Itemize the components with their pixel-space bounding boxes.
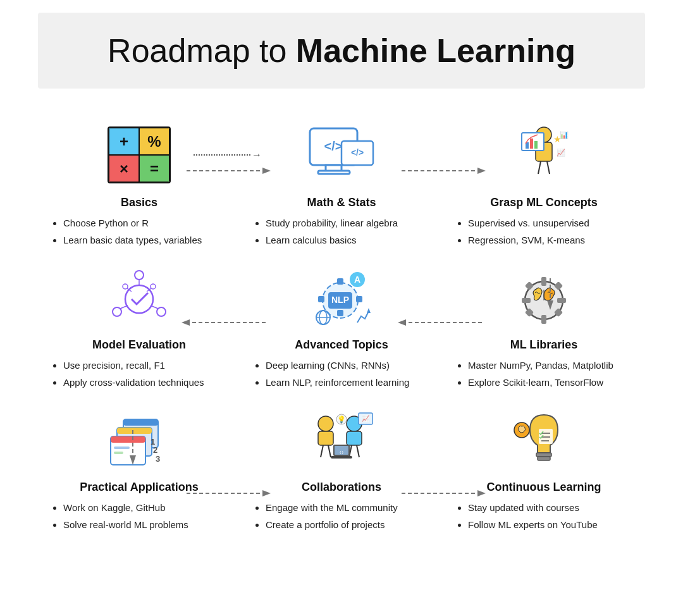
plus-cell: + — [109, 128, 139, 155]
svg-rect-3 — [318, 171, 350, 174]
practical-bullet-1: Work on Kaggle, GitHub — [63, 500, 188, 515]
header: Roadmap to Machine Learning — [38, 13, 645, 89]
math-bullets: Study probability, linear algebra Learn … — [253, 216, 398, 250]
basics-icon-area: + % × = — [51, 120, 228, 190]
nlp-icon: NLP A — [305, 266, 378, 329]
svg-rect-80 — [536, 453, 551, 457]
network-icon — [108, 268, 171, 328]
svg-text:📈: 📈 — [557, 148, 565, 157]
basics-bullets: Choose Python or R Learn basic data type… — [51, 216, 202, 250]
svg-text:📈: 📈 — [362, 414, 370, 422]
practical-icon-area: 1 2 3 — [51, 405, 228, 474]
svg-text:A: A — [354, 274, 360, 285]
svg-rect-42 — [541, 277, 546, 286]
advanced-icon-area: NLP A — [253, 262, 430, 332]
times-cell: × — [109, 155, 139, 182]
svg-rect-34 — [356, 296, 362, 302]
svg-line-67 — [328, 445, 331, 457]
equals-cell: = — [139, 155, 169, 182]
grasp-ml-icon: ★ 📊 📈 — [509, 123, 579, 187]
svg-point-18 — [135, 271, 144, 280]
model-eval-bullets: Use precision, recall, F1 Apply cross-va… — [51, 358, 204, 392]
svg-rect-45 — [557, 298, 566, 303]
advanced-cell: NLP A Advanced Topics Deep learning (CN — [240, 256, 443, 398]
math-icon-area: </> </> — [253, 120, 430, 190]
svg-text:📊: 📊 — [560, 130, 569, 139]
basics-bullet-2: Learn basic data types, variables — [63, 233, 202, 248]
svg-line-13 — [547, 161, 550, 174]
math-bullet-1: Study probability, linear algebra — [266, 216, 398, 231]
practical-bullets: Work on Kaggle, GitHub Solve real-world … — [51, 500, 188, 534]
title-bold: Machine Learning — [296, 32, 575, 69]
svg-rect-60 — [114, 452, 123, 454]
svg-rect-69 — [347, 431, 362, 445]
math-grid-icon: + % × = — [108, 126, 171, 183]
svg-text:NLP: NLP — [331, 295, 349, 305]
ml-libraries-cell: ML Libraries Master NumPy, Pandas, Matpl… — [443, 256, 645, 398]
ml-libraries-bullets: Master NumPy, Pandas, Matplotlib Explore… — [455, 358, 613, 392]
svg-rect-10 — [530, 139, 533, 149]
title-normal: Roadmap to — [108, 32, 296, 69]
continuous-title: Continuous Learning — [455, 481, 632, 494]
basics-bullet-1: Choose Python or R — [63, 216, 202, 231]
svg-point-20 — [157, 307, 166, 316]
practical-bullet-2: Solve real-world ML problems — [63, 517, 188, 533]
percent-cell: % — [139, 128, 169, 155]
ml-libraries-title: ML Libraries — [455, 338, 632, 352]
ml-libraries-bullet-1: Master NumPy, Pandas, Matplotlib — [468, 358, 613, 373]
svg-point-19 — [113, 307, 121, 316]
math-title: Math & Stats — [253, 196, 430, 209]
grasp-icon-area: ★ 📊 📈 — [455, 120, 632, 190]
continuous-learning-icon — [512, 410, 575, 470]
svg-rect-81 — [538, 457, 550, 460]
model-eval-title: Model Evaluation — [51, 338, 228, 352]
practical-title: Practical Applications — [51, 481, 228, 494]
svg-marker-40 — [367, 308, 371, 313]
grasp-title: Grasp ML Concepts — [455, 196, 632, 209]
grasp-bullets: Supervised vs. unsupervised Regression, … — [455, 216, 589, 250]
arrow-basics-to-math — [193, 149, 262, 161]
continuous-icon-area — [455, 405, 632, 474]
svg-line-22 — [120, 305, 128, 309]
practical-cell: 1 2 3 Practical Applications Work on Kag… — [38, 398, 240, 541]
ml-libraries-icon-area — [455, 262, 632, 332]
svg-rect-58 — [111, 436, 145, 443]
svg-point-25 — [151, 284, 156, 289]
advanced-bullet-2: Learn NLP, reinforcement learning — [266, 375, 409, 390]
svg-text:💡: 💡 — [337, 415, 346, 424]
svg-rect-31 — [337, 278, 343, 285]
advanced-bullet-1: Deep learning (CNNs, RNNs) — [266, 358, 409, 373]
collab-title: Collaborations — [253, 481, 430, 494]
svg-point-24 — [123, 284, 128, 289]
svg-line-66 — [321, 445, 323, 457]
math-cell: </> </> Math & Stats Study probability, … — [240, 114, 443, 256]
model-eval-bullet-2: Apply cross-validation techniques — [63, 375, 204, 390]
basics-title: Basics — [51, 196, 228, 209]
model-eval-cell: Model Evaluation Use precision, recall, … — [38, 256, 240, 398]
svg-rect-44 — [522, 298, 531, 303]
code-monitor-icon: </> </> — [307, 125, 376, 185]
svg-line-23 — [151, 305, 158, 309]
practical-icon: 1 2 3 — [108, 410, 171, 470]
ml-libraries-bullet-2: Explore Scikit-learn, TensorFlow — [468, 375, 613, 390]
svg-rect-32 — [337, 310, 343, 316]
continuous-bullets: Stay updated with courses Follow ML expe… — [455, 500, 598, 534]
grasp-cell: ★ 📊 📈 Grasp ML Concepts Supervised vs. u… — [443, 114, 645, 256]
model-eval-icon-area — [51, 262, 228, 332]
collab-cell: 💡 { } 📈 Collaborations Engage with the M… — [240, 398, 443, 541]
svg-point-17 — [125, 285, 153, 313]
svg-rect-52 — [123, 419, 158, 426]
svg-rect-74 — [331, 456, 352, 459]
grasp-bullet-1: Supervised vs. unsupervised — [468, 216, 589, 231]
svg-rect-54 — [117, 428, 152, 434]
collab-bullet-2: Create a portfolio of projects — [266, 517, 398, 533]
collab-bullets: Engage with the ML community Create a po… — [253, 500, 398, 534]
grasp-bullet-2: Regression, SVM, K-means — [468, 233, 589, 248]
continuous-bullet-1: Stay updated with courses — [468, 500, 598, 515]
svg-text:</>: </> — [351, 147, 364, 157]
svg-text:3: 3 — [156, 454, 160, 464]
collab-icon-area: 💡 { } 📈 — [253, 405, 430, 474]
svg-rect-11 — [534, 141, 538, 149]
svg-text:</>: </> — [324, 139, 343, 153]
model-eval-bullet-1: Use precision, recall, F1 — [63, 358, 204, 373]
